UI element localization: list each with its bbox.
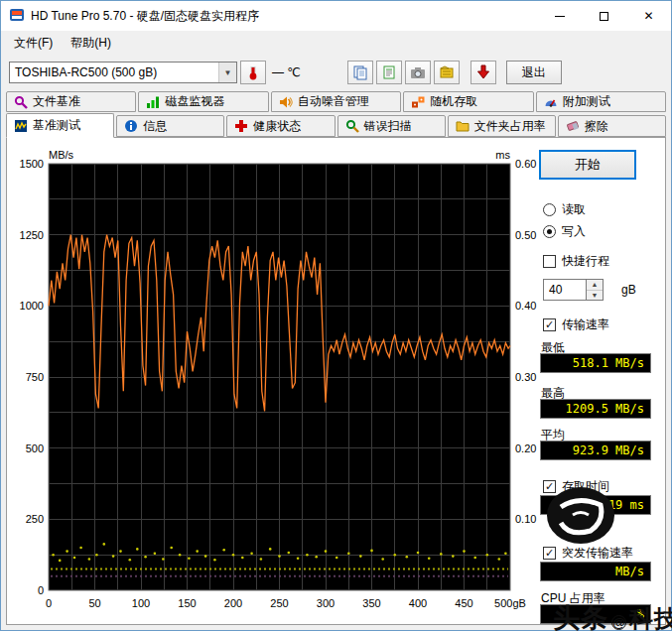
radio-write-label: 写入: [562, 223, 586, 240]
checkbox-box: ✓: [543, 318, 556, 331]
tab-row-bottom: 基准测试 信息 健康状态 错误扫描 文件夹占用率 擦除: [1, 112, 671, 137]
radio-read-label: 读取: [562, 201, 586, 218]
benchmark-page: MB/sms15001250100075050025000.600.500.40…: [6, 137, 666, 625]
tab-label: 错误扫描: [364, 118, 412, 135]
speaker-icon: [279, 95, 293, 109]
menu-help[interactable]: 帮助(H): [62, 32, 120, 55]
radio-read[interactable]: 读取: [543, 201, 586, 218]
svg-text:450: 450: [455, 597, 472, 609]
tab-label: 随机存取: [430, 93, 477, 110]
tab-label: 健康状态: [253, 118, 301, 135]
minimize-button[interactable]: [537, 1, 582, 31]
chevron-down-icon[interactable]: ▼: [218, 63, 236, 82]
stepper-up-icon[interactable]: ▲: [587, 280, 603, 291]
disk-monitor-icon: [146, 95, 160, 109]
svg-text:0.50: 0.50: [515, 229, 536, 241]
tab-label: 附加测试: [563, 93, 610, 110]
copy-text-button[interactable]: [376, 61, 402, 84]
file-benchmark-icon: [14, 95, 28, 109]
tab-label: 基准测试: [33, 117, 80, 134]
tab-label: 信息: [143, 118, 167, 135]
copy-icon: [352, 64, 368, 80]
tab-disk-monitor[interactable]: 磁盘监视器: [138, 91, 268, 112]
svg-text:1500: 1500: [20, 158, 44, 170]
screenshot-button[interactable]: [405, 61, 431, 84]
exit-button[interactable]: 退出: [506, 61, 562, 84]
error-scan-icon: [345, 119, 359, 133]
close-icon: ✕: [643, 9, 653, 23]
benchmark-chart: MB/sms15001250100075050025000.600.500.40…: [9, 148, 545, 624]
tab-label: 文件夹占用率: [474, 118, 546, 135]
eraser-icon: [566, 119, 580, 133]
svg-text:0.10: 0.10: [515, 513, 536, 525]
svg-text:250: 250: [26, 513, 44, 525]
svg-text:200: 200: [224, 597, 242, 609]
tab-info[interactable]: 信息: [116, 115, 224, 137]
folder-icon: [456, 119, 470, 133]
avg-value: 923.9 MB/s: [540, 441, 651, 460]
stepper-arrows[interactable]: ▲▼: [587, 279, 604, 301]
svg-text:150: 150: [178, 597, 196, 609]
svg-text:50: 50: [88, 597, 100, 609]
short-stroke-input[interactable]: [543, 279, 587, 301]
save-results-button[interactable]: [470, 61, 496, 84]
menu-file[interactable]: 文件(F): [5, 32, 62, 55]
toolbar: TOSHIBA-RC500 (500 gB) ▼ — ℃ 退出: [1, 55, 671, 90]
drive-select[interactable]: TOSHIBA-RC500 (500 gB) ▼: [9, 62, 237, 83]
tab-erase[interactable]: 擦除: [558, 115, 666, 137]
watermark-text: 头条 @ 科技视讯: [553, 600, 672, 631]
tab-label: 文件基准: [33, 93, 80, 110]
tab-health[interactable]: 健康状态: [226, 115, 335, 137]
watermark-name: 科技视讯: [629, 603, 672, 631]
radio-write-circle: [543, 225, 556, 238]
checkbox-box: ✓: [543, 547, 556, 560]
temperature-readout: — ℃: [272, 65, 301, 79]
tab-label: 自动噪音管理: [298, 93, 369, 110]
svg-text:1000: 1000: [20, 300, 44, 312]
stepper-down-icon[interactable]: ▼: [587, 291, 603, 301]
short-stroke-stepper: ▲▼ gB: [543, 279, 636, 301]
tab-file-benchmark[interactable]: 文件基准: [6, 91, 136, 112]
download-arrow-icon: [475, 64, 491, 80]
svg-text:300: 300: [317, 597, 335, 609]
svg-text:0: 0: [46, 597, 52, 609]
export-button[interactable]: [434, 61, 460, 84]
health-cross-icon: [234, 119, 248, 133]
watermark-at-icon: @: [611, 615, 626, 630]
tab-folder-usage[interactable]: 文件夹占用率: [448, 115, 556, 137]
checkbox-label: 突发传输速率: [562, 545, 633, 562]
svg-text:400: 400: [409, 597, 427, 609]
svg-text:MB/s: MB/s: [49, 149, 74, 161]
checkbox-label: 传输速率: [562, 316, 609, 333]
watermark-brand: 头条: [553, 600, 608, 631]
app-window: HD Tune Pro 5.70 - 硬盘/固态硬盘实用程序 ✕ 文件(F) 帮…: [0, 0, 672, 631]
checkbox-short-stroke[interactable]: 快捷行程: [543, 253, 609, 270]
checkbox-label: 快捷行程: [562, 253, 609, 270]
svg-text:0.30: 0.30: [515, 371, 536, 383]
tab-random-access[interactable]: 随机存取: [403, 91, 533, 112]
svg-text:ms: ms: [495, 149, 510, 161]
checkbox-burst-rate[interactable]: ✓ 突发传输速率: [543, 545, 633, 562]
copy-results-button[interactable]: [347, 61, 373, 84]
svg-text:0.20: 0.20: [515, 442, 536, 454]
maximize-icon: [600, 12, 608, 21]
svg-text:100: 100: [132, 597, 150, 609]
tab-auto-acoustic[interactable]: 自动噪音管理: [271, 91, 401, 112]
tab-benchmark[interactable]: 基准测试: [6, 113, 114, 138]
svg-text:0.40: 0.40: [515, 300, 536, 312]
tab-extra-tests[interactable]: 附加测试: [536, 91, 666, 112]
min-value: 518.1 MB/s: [540, 353, 651, 373]
title-bar: HD Tune Pro 5.70 - 硬盘/固态硬盘实用程序 ✕: [1, 1, 671, 31]
checkbox-transfer-rate[interactable]: ✓ 传输速率: [543, 316, 609, 333]
start-button[interactable]: 开始: [539, 150, 636, 180]
info-icon: [124, 119, 138, 133]
temperature-button[interactable]: [240, 61, 266, 84]
svg-text:250: 250: [270, 597, 288, 609]
maximize-button[interactable]: [582, 1, 626, 31]
radio-write[interactable]: 写入: [543, 223, 586, 240]
tab-row-top: 文件基准 磁盘监视器 自动噪音管理 随机存取 附加测试: [1, 90, 671, 112]
radio-read-circle: [543, 203, 556, 216]
close-button[interactable]: ✕: [626, 1, 671, 31]
window-title: HD Tune Pro 5.70 - 硬盘/固态硬盘实用程序: [31, 8, 537, 25]
tab-error-scan[interactable]: 错误扫描: [337, 115, 446, 137]
